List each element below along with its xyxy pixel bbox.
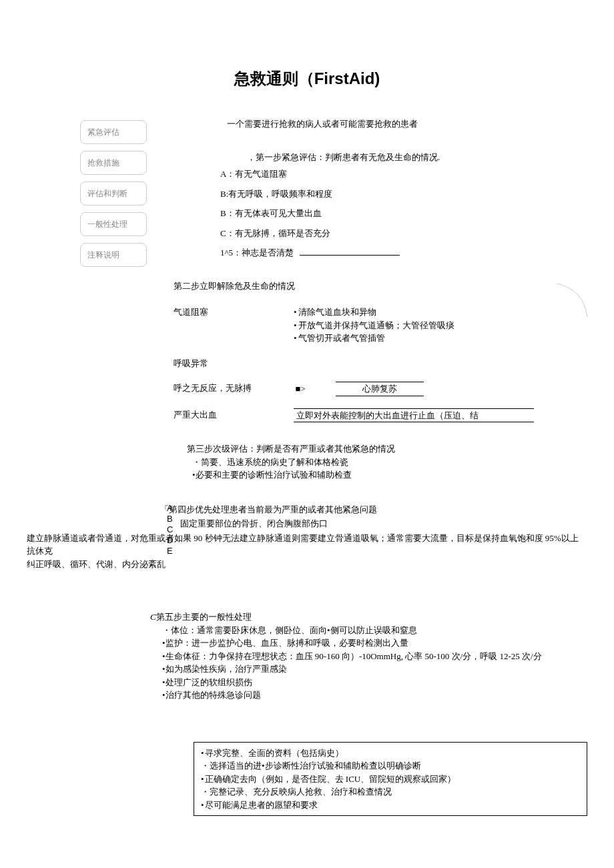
step1-title: ，第一步紧急评估：判断患者有无危及生命的情况. [247,151,614,164]
page-title: 急救通则（FirstAid) [0,67,614,91]
letter-a: A [167,503,173,514]
step2-row-airway: 气道阻塞 清除气道血块和异物 开放气道并保持气道通畅；大管径管吸痰 气管切开或者… [174,306,614,345]
step5-title-text: 第五步主要的一般性处理 [156,612,252,622]
title-en-part: FirstAid [314,69,375,87]
step4-long3: 纠正呼吸、循环、代谢、内分泌紊乱 [27,558,614,571]
step1-item-5-text: 1^5：神志是否清楚 [220,248,294,258]
content-step1: 一个需要进行抢救的病人或者可能需要抢救的患者 ，第一步紧急评估：判断患者有无危及… [194,117,614,260]
step3-bullets: ・简要、迅速系统的病史了解和体格检瓷 •必要和主要的诊断性治疗试验和辅助检查 [192,456,614,482]
bottom-item: ・完整记录、充分反映病人抢救、治疗和检查情况 [201,785,580,799]
step2-title: 第二步立即解除危及生命的情况 [174,280,614,293]
sidebar: 紧急评估 抢救措施 评估和判断 一般性处理 注释说明 [80,120,147,274]
step5-prefix: C [150,612,156,622]
sidebar-item-label: 一般性处理 [87,220,127,229]
step1-item-b1: B:有无呼吸，呼吸频率和程度 [220,187,614,201]
sidebar-item-notes[interactable]: 注释说明 [80,243,147,267]
underline-decoration [300,255,400,256]
step2-bleeding-label: 严重大出血 [174,408,294,423]
step2-airway-label: 气道阻塞 [174,306,294,345]
sidebar-item-label: 评估和判断 [87,189,127,198]
sidebar-item-label: 注释说明 [87,250,119,260]
step4-long2: 抗休克 [27,544,614,558]
step2-nopulse-label: 呼之无反应，无脉搏 [174,382,294,396]
step2-breathing-measures [294,357,614,370]
step1-item-c: C：有无脉搏，循环是否充分 [220,227,614,240]
step2-airway-item: 开放气道并保持气道通畅；大管径管吸痰 [294,319,614,332]
sidebar-item-eval-judge[interactable]: 评估和判断 [80,181,147,205]
step2-nopulse-measures: ■> 心肺复苏 [294,382,614,396]
step5-item: •生命体征：力争保持在理想状态：血压 90-160 向）-10OmmHg, 心率… [162,650,614,663]
sidebar-item-rescue[interactable]: 抢救措施 [80,151,147,175]
step4-long1: 建立静脉通道或者骨通道，对危重或者如果 90 秒钟无法建立静脉通道则需要建立骨通… [27,532,614,545]
step1-item-5: 1^5：神志是否清楚 [220,246,614,260]
bleeding-box: 立即对外表能控制的大出血进行止血（压迫、结 [294,408,534,423]
step4-letters: A B C D E [167,503,173,556]
step1-item-a: A：有无气道阻塞 [220,167,614,181]
step2-row-breathing: 呼吸异常 [174,357,614,370]
sidebar-item-label: 抢救措施 [87,158,119,167]
bottom-item: ・选择适当的进•步诊断性治疗试验和辅助检查以明确诊断 [201,759,580,773]
arrow-right-icon: ■> [294,382,307,396]
content-step4: A B C D E 「第四步优先处理患者当前最为严重的或者其他紧急问题 固定重要… [167,503,614,530]
letter-d: D [167,535,173,546]
step3-bullet: •必要和主要的诊断性治疗试验和辅助检查 [192,468,614,482]
step5-item: •处理广泛的软组织损伤 [162,676,614,689]
title-close: ) [374,69,380,87]
sidebar-item-label: 紧急评估 [87,127,119,137]
content-step5: C第五步主要的一般性处理 ・体位：通常需要卧床休息，侧卧位、面向•侧可以防止误吸… [150,610,614,702]
title-cn-part: 急救通则（ [234,69,314,87]
sidebar-item-emergency-eval[interactable]: 紧急评估 [80,120,147,144]
step2-breathing-label: 呼吸异常 [174,357,294,370]
step4-long-lines: 建立静脉通道或者骨通道，对危重或者如果 90 秒钟无法建立静脉通道则需要建立骨通… [27,532,614,571]
step5-item: ・体位：通常需要卧床休息，侧卧位、面向•侧可以防止误吸和窒息 [162,624,614,637]
step5-item: •监护：进一步监护心电、血压、脉搏和呼吸，必要时检测出入量 [162,636,614,650]
bottom-notes-box: 寻求完整、全面的资料（包括病史） ・选择适当的进•步诊断性治疗试验和辅助检查以明… [194,742,587,817]
step3-title: 第三步次级评估：判断是否有严重或者其他紧急的情况 [187,442,614,456]
step2-row-bleeding: 严重大出血 立即对外表能控制的大出血进行止血（压迫、结 [174,408,614,423]
letter-c: C [167,524,173,535]
curve-decoration-icon [554,280,594,320]
bottom-item: 正确确定去向（例如，是否住院、去 ICU、留院短的观察或回家） [201,773,580,786]
step4-line1: 固定重要部位的骨折、闭合胸腹部伤口 [180,517,614,530]
step3-bullet-text: 必要和主要的诊断性治疗试验和辅助检查 [196,470,352,480]
step3-bullet-text: 简要、迅速系统的病史了解和体格检瓷 [201,457,348,467]
step3-bullet: ・简要、迅速系统的病史了解和体格检瓷 [192,456,614,469]
step5-title: C第五步主要的一般性处理 [150,610,614,624]
bottom-item: 寻求完整、全面的资料（包括病史） [201,747,580,760]
bottom-item: 尽可能满足患者的愿望和要求 [201,799,580,812]
step5-item: •治疗其他的特殊急诊问题 [162,689,614,702]
step4-title: 「第四步优先处理患者当前最为严重的或者其他紧急问题 [160,503,614,516]
step2-bleeding-measures: 立即对外表能控制的大出血进行止血（压迫、结 [294,408,614,423]
step5-item: •如为感染性疾病，治疗严重感染 [162,663,614,676]
sidebar-item-general[interactable]: 一般性处理 [80,212,147,236]
content-step2: 第二步立即解除危及生命的情况 气道阻塞 清除气道血块和异物 开放气道并保持气道通… [174,280,614,423]
step2-airway-item: 气管切开或者气管插管 [294,332,614,345]
step1-list: A：有无气道阻塞 B:有无呼吸，呼吸频率和程度 B：有无体表可见大量出血 C：有… [220,167,614,260]
letter-b: B [167,514,173,524]
step2-row-no-pulse: 呼之无反应，无脉搏 ■> 心肺复苏 [174,382,614,396]
content-step3: 第三步次级评估：判断是否有严重或者其他紧急的情况 ・简要、迅速系统的病史了解和体… [187,442,614,482]
cpr-box: 心肺复苏 [336,382,424,396]
intro-line: 一个需要进行抢救的病人或者可能需要抢救的患者 [227,117,614,131]
step1-item-b2: B：有无体表可见大量出血 [220,207,614,220]
letter-e: E [167,546,173,556]
